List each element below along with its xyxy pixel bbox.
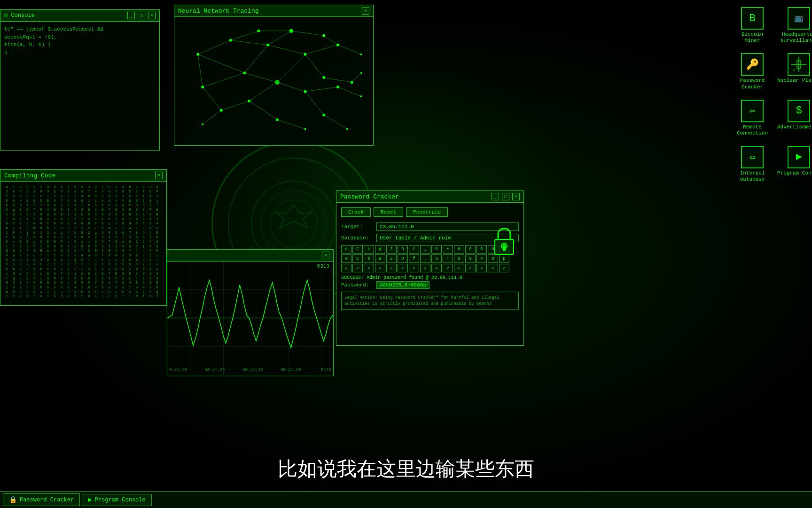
- svg-text:☢: ☢: [793, 68, 796, 72]
- svg-text:8: 8: [81, 190, 83, 193]
- svg-text:9: 9: [95, 262, 97, 266]
- svg-text:9: 9: [115, 203, 117, 207]
- svg-text:0: 0: [95, 185, 97, 189]
- svg-text:2: 2: [88, 231, 90, 235]
- database-label: Database:: [341, 235, 376, 241]
- password-cracker-close[interactable]: ✕: [512, 193, 520, 200]
- svg-text:8: 8: [74, 199, 76, 203]
- svg-text:2: 2: [81, 262, 83, 266]
- reset-button[interactable]: Reset: [374, 207, 403, 217]
- svg-line-16: [277, 54, 305, 82]
- svg-text:U: U: [47, 185, 49, 189]
- neural-network-close[interactable]: ✕: [362, 7, 369, 15]
- svg-text:9: 9: [109, 194, 110, 198]
- pw-cell-1-13: S: [476, 245, 487, 254]
- svg-text:I: I: [129, 294, 131, 298]
- svg-text:v: v: [6, 272, 8, 276]
- svg-text:6: 6: [136, 267, 138, 271]
- program-console-maximize[interactable]: □: [138, 12, 145, 19]
- svg-text:3: 3: [40, 258, 42, 262]
- svg-text:u: u: [33, 254, 35, 257]
- svg-text:0: 0: [81, 199, 83, 203]
- svg-point-42: [275, 80, 280, 85]
- compiling-code-close[interactable]: ✕: [155, 172, 163, 179]
- icon-headquarters-surveillance[interactable]: 📺 Headquartes surveillance: [777, 7, 812, 44]
- icon-program-console[interactable]: ► Program Con...: [777, 146, 812, 183]
- neural-network-content: [174, 17, 373, 144]
- svg-text:N: N: [115, 213, 117, 216]
- taskbar-password-cracker[interactable]: 🔒 Password Cracker: [3, 493, 80, 506]
- password-cracker-maximize[interactable]: □: [502, 193, 509, 200]
- svg-text:2: 2: [40, 185, 42, 189]
- svg-text:4: 4: [136, 249, 138, 253]
- icon-remote-connection[interactable]: ⇦ Remote Connection: [737, 100, 768, 136]
- icon-advertisement[interactable]: $ Advertiseme...: [777, 100, 812, 136]
- taskbar-program-console-label: Program Console: [95, 497, 146, 503]
- svg-text:9: 9: [20, 194, 22, 198]
- svg-text:2: 2: [109, 213, 110, 216]
- svg-text:0: 0: [88, 213, 90, 216]
- svg-text:6: 6: [156, 286, 158, 289]
- password-cracker-minimize[interactable]: _: [492, 193, 499, 200]
- svg-point-647: [502, 244, 506, 248]
- svg-text:R: R: [115, 272, 117, 276]
- svg-text:D: D: [47, 258, 49, 262]
- svg-text:V: V: [20, 245, 22, 248]
- password-cracker-controls: _ □ ✕: [492, 193, 520, 200]
- svg-text:1: 1: [95, 272, 97, 276]
- icon-bitcoin-miner[interactable]: B Bitcoin Miner: [737, 7, 768, 44]
- svg-text:6: 6: [143, 222, 145, 225]
- svg-text:3: 3: [122, 226, 124, 230]
- svg-text:H: H: [88, 294, 90, 298]
- legal-notice: Legal notice: Using Password Cracker™ fo…: [341, 292, 519, 310]
- svg-text:9: 9: [40, 190, 42, 193]
- svg-text:8: 8: [54, 185, 56, 189]
- svg-point-54: [276, 118, 279, 121]
- svg-text:G: G: [20, 290, 22, 294]
- svg-text:9: 9: [74, 249, 76, 253]
- svg-text:4: 4: [68, 294, 70, 298]
- svg-text:j: j: [6, 286, 8, 289]
- svg-line-29: [291, 31, 324, 36]
- svg-text:3: 3: [122, 286, 124, 289]
- svg-text:5: 5: [149, 286, 151, 289]
- svg-text:K: K: [88, 281, 90, 285]
- svg-text:6: 6: [68, 267, 70, 271]
- icon-nuclear-plant[interactable]: ☢ Nuclear Pla...: [777, 53, 812, 90]
- lock-svg: [491, 226, 517, 257]
- svg-text:d: d: [20, 235, 22, 239]
- taskbar-program-console[interactable]: ► Program Console: [82, 494, 151, 506]
- program-console-minimize[interactable]: _: [127, 12, 135, 19]
- pw-cell-1-9: S: [431, 245, 442, 254]
- chart-close[interactable]: ✕: [322, 252, 329, 259]
- icon-interpol-database[interactable]: ⇔ Interpol database: [737, 146, 768, 183]
- svg-text:J: J: [40, 231, 42, 235]
- svg-line-24: [324, 78, 352, 82]
- program-console-close[interactable]: ✕: [148, 12, 156, 19]
- svg-text:0: 0: [47, 277, 49, 280]
- svg-text:5: 5: [109, 258, 110, 262]
- svg-text:3: 3: [68, 208, 70, 212]
- svg-text:W: W: [26, 208, 29, 212]
- svg-text:j: j: [26, 231, 28, 235]
- svg-text:0: 0: [129, 199, 131, 203]
- icon-password-cracker[interactable]: 🔑 Password Cracker: [737, 53, 768, 90]
- svg-text:5: 5: [122, 231, 124, 235]
- svg-text:7: 7: [136, 245, 138, 248]
- svg-text:2: 2: [95, 294, 97, 298]
- svg-text:X: X: [33, 281, 35, 285]
- pw-cell-2-13: 4: [476, 254, 487, 263]
- svg-text:F: F: [40, 194, 42, 198]
- svg-text:8: 8: [122, 190, 124, 193]
- svg-text:2: 2: [122, 272, 124, 276]
- svg-text:4: 4: [6, 254, 8, 257]
- crack-button[interactable]: Crack: [341, 207, 371, 217]
- svg-text:2: 2: [68, 235, 70, 239]
- svg-text:S: S: [20, 262, 22, 266]
- penetrate-button[interactable]: Penetrate: [406, 207, 448, 217]
- svg-text:b: b: [122, 240, 124, 244]
- svg-text:1: 1: [40, 277, 42, 280]
- svg-text:1: 1: [156, 254, 158, 257]
- svg-text:7: 7: [61, 199, 62, 203]
- svg-text:X: X: [74, 203, 76, 207]
